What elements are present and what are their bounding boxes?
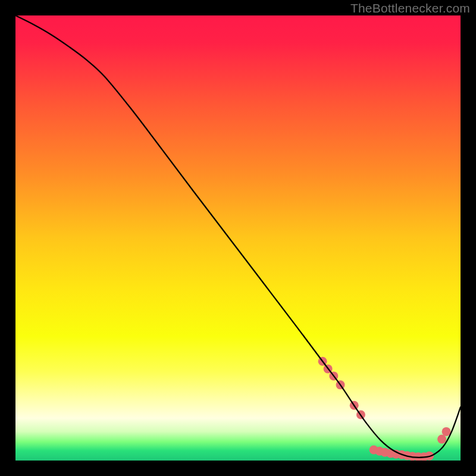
- marker-dot: [437, 435, 446, 444]
- marker-dot: [442, 427, 451, 436]
- plot-area: [15, 15, 461, 461]
- gradient-background: [15, 15, 461, 461]
- chart-frame: TheBottlenecker.com: [0, 0, 476, 476]
- watermark-text: TheBottlenecker.com: [350, 1, 470, 15]
- chart-svg: [15, 15, 461, 461]
